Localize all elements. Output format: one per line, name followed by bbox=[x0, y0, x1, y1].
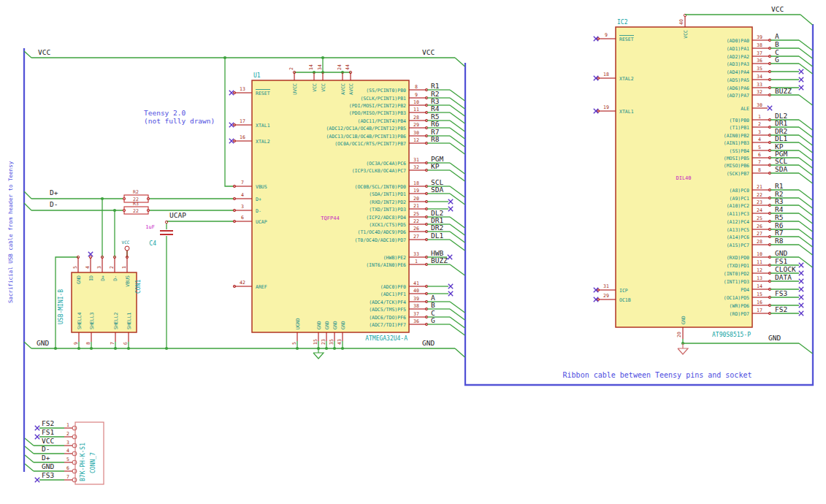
net-label-r7[interactable]: R7 bbox=[775, 229, 783, 237]
net-label-r1[interactable]: R1 bbox=[431, 82, 440, 90]
resistor-r3[interactable]: R322 bbox=[124, 201, 148, 214]
net-label-data[interactable]: DATA bbox=[775, 273, 792, 281]
net-label-r4[interactable]: R4 bbox=[431, 104, 440, 112]
net-label-r1[interactable]: R1 bbox=[775, 182, 784, 190]
bus-entry[interactable] bbox=[800, 15, 813, 25]
vcc-symbol-label[interactable]: VCC bbox=[122, 240, 130, 245]
wire[interactable] bbox=[24, 51, 31, 58]
net-label-gnd[interactable]: GND bbox=[775, 249, 787, 257]
con1-ref[interactable]: CON1 bbox=[135, 280, 142, 294]
ic2-component[interactable]: IC2DIL40AT90S8515-P9RESET18XTAL219XTAL13… bbox=[594, 5, 813, 354]
wire[interactable] bbox=[455, 348, 465, 357]
conn7-value[interactable]: B7K-PH-K-S1 bbox=[80, 443, 86, 481]
net-label-g[interactable]: G bbox=[431, 316, 435, 324]
ic2-ref[interactable]: IC2 bbox=[617, 19, 628, 26]
vcc-label[interactable]: VCC bbox=[771, 5, 784, 13]
vcc-label[interactable]: VCC bbox=[422, 48, 435, 56]
note-teensy-1[interactable]: Teensy 2.0 bbox=[144, 109, 186, 117]
wire[interactable] bbox=[24, 342, 31, 348]
net-label-clock[interactable]: CLOCK bbox=[775, 265, 796, 273]
ic2-part[interactable]: AT90S8515-P bbox=[712, 332, 751, 338]
net-label-vcc[interactable]: VCC bbox=[42, 437, 54, 445]
net-label-g[interactable]: G bbox=[775, 56, 779, 64]
u1-ref[interactable]: U1 bbox=[253, 72, 261, 79]
bus-entry[interactable] bbox=[799, 343, 813, 354]
pin-name: (T1/OC4D/ADC9)PD6 bbox=[357, 229, 406, 235]
net-label-buzz[interactable]: BUZZ bbox=[775, 87, 792, 95]
bus-entry[interactable] bbox=[799, 190, 813, 200]
net-label-r6[interactable]: R6 bbox=[431, 120, 440, 128]
net-label-fs2[interactable]: FS2 bbox=[42, 419, 54, 427]
bus-entry[interactable] bbox=[799, 48, 813, 58]
net-label-r4[interactable]: R4 bbox=[775, 205, 784, 213]
vcc-label[interactable]: VCC bbox=[38, 48, 50, 56]
bus-entry[interactable] bbox=[799, 40, 813, 50]
wire[interactable] bbox=[225, 58, 234, 186]
resistor-r2-ref[interactable]: R2 bbox=[133, 189, 139, 195]
u1-component[interactable]: U1TQFP44ATMEGA32U4-A13RESET17XTAL116XTAL… bbox=[229, 64, 465, 348]
vcc-power-symbol[interactable]: VCC bbox=[122, 240, 130, 257]
net-label-r5[interactable]: R5 bbox=[775, 213, 783, 221]
net-label-d-[interactable]: D- bbox=[42, 445, 50, 453]
net-label-dplus[interactable]: D+ bbox=[50, 188, 58, 196]
wire[interactable] bbox=[24, 203, 31, 210]
net-label-fs3[interactable]: FS3 bbox=[775, 289, 787, 297]
bus-entry[interactable] bbox=[799, 173, 813, 183]
net-label-b[interactable]: B bbox=[431, 301, 435, 309]
con1-value[interactable]: USB-MINI-B bbox=[58, 289, 64, 324]
net-label-gnd[interactable]: GND bbox=[42, 462, 54, 470]
usb-connector[interactable]: CON1USB-MINI-B5GND4ID3D+2D-1VBUS9SHELL48… bbox=[58, 252, 142, 348]
resistor-r3-ref[interactable]: R3 bbox=[133, 201, 139, 207]
bus-entry[interactable] bbox=[799, 245, 813, 255]
gnd-label[interactable]: GND bbox=[37, 339, 49, 347]
conn7-ref[interactable]: CONN_7 bbox=[90, 452, 96, 473]
bus-entry[interactable] bbox=[25, 446, 34, 454]
net-label-dr1[interactable]: DR1 bbox=[775, 119, 787, 127]
net-label-sda[interactable]: SDA bbox=[775, 165, 787, 173]
net-label-sda[interactable]: SDA bbox=[431, 186, 443, 194]
resistor-r3-value[interactable]: 22 bbox=[133, 208, 139, 214]
conn7-connector[interactable]: B7K-PH-K-S1CONN_71FS22FS13VCC4D-5D+6GND7… bbox=[25, 419, 104, 484]
net-label-dminus[interactable]: D- bbox=[50, 200, 58, 208]
net-label-b[interactable]: B bbox=[775, 40, 779, 48]
net-label-dl1[interactable]: DL1 bbox=[775, 134, 787, 142]
net-label-dr2[interactable]: DR2 bbox=[431, 224, 443, 232]
net-label-a[interactable]: A bbox=[775, 32, 779, 40]
net-label-r3[interactable]: R3 bbox=[775, 197, 783, 205]
net-label-fs1[interactable]: FS1 bbox=[775, 257, 787, 265]
net-label-kp[interactable]: KP bbox=[431, 162, 440, 170]
note-usb-cable[interactable]: Sacrificial USB cable from header to Tee… bbox=[7, 161, 14, 303]
net-label-buzz[interactable]: BUZZ bbox=[431, 256, 448, 264]
net-label-dl1[interactable]: DL1 bbox=[431, 232, 443, 240]
net-label-scl[interactable]: SCL bbox=[775, 157, 787, 165]
wire[interactable] bbox=[455, 58, 465, 66]
net-label-fs3[interactable]: FS3 bbox=[42, 471, 54, 479]
pin-number: 35 bbox=[757, 66, 762, 72]
note-teensy-2[interactable]: (not fully drawn) bbox=[144, 117, 215, 125]
bus-entry[interactable] bbox=[799, 213, 813, 224]
bus-entry[interactable] bbox=[25, 464, 34, 471]
u1-part[interactable]: ATMEGA32U4-A bbox=[365, 335, 408, 342]
pin-name: OC1B bbox=[619, 297, 631, 303]
u1-value[interactable]: TQFP44 bbox=[321, 215, 339, 221]
net-label-fs1[interactable]: FS1 bbox=[42, 428, 54, 436]
capacitor-c4[interactable]: 1uFC4 bbox=[145, 224, 173, 247]
gnd-label[interactable]: GND bbox=[768, 334, 781, 342]
net-label-d+[interactable]: D+ bbox=[42, 454, 50, 462]
ic2-value[interactable]: DIL40 bbox=[676, 175, 691, 181]
c4-ref[interactable]: C4 bbox=[149, 240, 156, 247]
net-label-r8[interactable]: R8 bbox=[431, 135, 440, 143]
pin-number: 40 bbox=[413, 288, 419, 294]
net-label-ucap[interactable]: UCAP bbox=[169, 211, 186, 219]
note-ribbon-cable[interactable]: Ribbon cable between Teensy pins and soc… bbox=[563, 371, 752, 379]
bus-entry[interactable] bbox=[450, 264, 465, 275]
net-label-r8[interactable]: R8 bbox=[775, 237, 784, 245]
bus-entry[interactable] bbox=[799, 95, 813, 105]
c4-value[interactable]: 1uF bbox=[145, 224, 155, 230]
bus-entry[interactable] bbox=[25, 455, 34, 462]
net-label-fs2[interactable]: FS2 bbox=[775, 305, 787, 313]
bus-entry[interactable] bbox=[25, 438, 34, 446]
gnd-label[interactable]: GND bbox=[422, 339, 435, 347]
wire[interactable] bbox=[24, 191, 31, 199]
bus-entry[interactable] bbox=[799, 221, 813, 232]
